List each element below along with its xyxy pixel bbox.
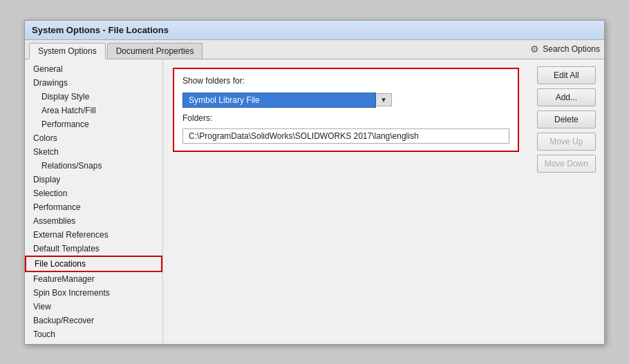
main-panel: Show folders for: Symbol Library File ▼ … xyxy=(163,59,529,344)
sidebar-item-general[interactable]: General xyxy=(25,62,162,76)
folder-path: C:\ProgramData\SolidWorks\SOLIDWORKS 201… xyxy=(182,128,509,144)
folders-label: Folders: xyxy=(182,113,509,123)
sidebar-item-hole-wizard-toolbox[interactable]: Hole Wizard/Toolbox xyxy=(25,341,162,344)
sidebar: GeneralDrawingsDisplay StyleArea Hatch/F… xyxy=(25,59,163,344)
sidebar-item-display-style[interactable]: Display Style xyxy=(25,90,162,104)
delete-button[interactable]: Delete xyxy=(537,111,596,128)
sidebar-item-sketch[interactable]: Sketch xyxy=(25,145,162,159)
dropdown-selected[interactable]: Symbol Library File xyxy=(182,93,376,108)
sidebar-item-default-templates[interactable]: Default Templates xyxy=(25,242,162,256)
file-locations-box: Show folders for: Symbol Library File ▼ … xyxy=(173,68,519,152)
move-up-button[interactable]: Move Up xyxy=(537,133,596,151)
sidebar-item-colors[interactable]: Colors xyxy=(25,131,162,145)
dropdown-arrow-button[interactable]: ▼ xyxy=(376,93,392,106)
dropdown-row: Symbol Library File ▼ xyxy=(182,93,509,108)
sidebar-item-feature-manager[interactable]: FeatureManager xyxy=(25,272,162,286)
sidebar-item-external-references[interactable]: External References xyxy=(25,228,162,242)
sidebar-item-drawings[interactable]: Drawings xyxy=(25,76,162,90)
sidebar-item-assemblies[interactable]: Assemblies xyxy=(25,214,162,228)
sidebar-item-touch[interactable]: Touch xyxy=(25,327,162,341)
tab-document-properties[interactable]: Document Properties xyxy=(107,43,203,59)
sidebar-item-relations-snaps[interactable]: Relations/Snaps xyxy=(25,159,162,173)
tab-bar: System Options Document Properties ⚙ Sea… xyxy=(25,40,604,59)
sidebar-item-file-locations[interactable]: File Locations xyxy=(25,256,162,272)
sidebar-item-performance[interactable]: Performance xyxy=(25,200,162,214)
right-buttons: Edit All Add... Delete Move Up Move Down xyxy=(529,59,604,344)
window-title: System Options - File Locations xyxy=(32,25,169,35)
content-area: GeneralDrawingsDisplay StyleArea Hatch/F… xyxy=(25,59,604,344)
sidebar-item-performance-drawings[interactable]: Performance xyxy=(25,117,162,131)
main-window: System Options - File Locations System O… xyxy=(24,20,605,345)
gear-icon: ⚙ xyxy=(530,44,539,55)
title-bar: System Options - File Locations xyxy=(25,21,604,40)
tab-system-options[interactable]: System Options xyxy=(29,43,106,59)
sidebar-item-backup-recover[interactable]: Backup/Recover xyxy=(25,314,162,327)
sidebar-item-view[interactable]: View xyxy=(25,300,162,314)
tabs-left: System Options Document Properties xyxy=(29,43,204,59)
add-button[interactable]: Add... xyxy=(537,88,596,106)
show-folders-label: Show folders for: xyxy=(182,76,509,86)
sidebar-item-area-hatch-fill[interactable]: Area Hatch/Fill xyxy=(25,104,162,117)
sidebar-item-selection[interactable]: Selection xyxy=(25,186,162,200)
search-area: ⚙ Search Options xyxy=(530,44,600,57)
search-options-label: Search Options xyxy=(543,44,600,54)
sidebar-item-spin-box-increments[interactable]: Spin Box Increments xyxy=(25,286,162,300)
edit-all-button[interactable]: Edit All xyxy=(537,66,596,84)
sidebar-item-display[interactable]: Display xyxy=(25,173,162,186)
move-down-button[interactable]: Move Down xyxy=(537,155,596,173)
